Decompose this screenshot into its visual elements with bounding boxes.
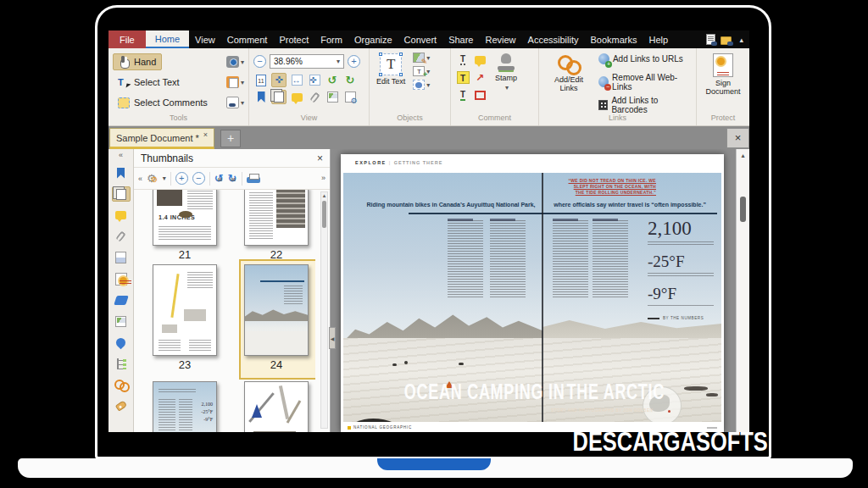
zoom-in-button[interactable]: + bbox=[348, 55, 360, 68]
arrow-annotation-button[interactable]: ↗ bbox=[472, 69, 487, 86]
text-comment-button[interactable]: T bbox=[455, 52, 470, 68]
page-number-button[interactable]: 11 bbox=[253, 73, 269, 87]
new-tab-button[interactable]: + bbox=[220, 130, 241, 147]
menu-share[interactable]: Share bbox=[442, 30, 479, 48]
fit-page-button[interactable]: ✜ bbox=[307, 73, 322, 87]
rotate-left-90-button[interactable]: ↺90 bbox=[214, 172, 224, 185]
add-links-to-barcodes-button[interactable]: Add Links to Barcodes bbox=[598, 98, 692, 111]
add-links-to-urls-button[interactable]: Add Links to URLs bbox=[598, 53, 692, 65]
thumb-zoom-in-button[interactable]: + bbox=[175, 172, 188, 185]
tags-panel-button[interactable] bbox=[112, 398, 131, 413]
sign-document-button[interactable]: Sign Document bbox=[701, 52, 745, 114]
menu-convert[interactable]: Convert bbox=[398, 30, 443, 48]
comments-view-button[interactable] bbox=[289, 90, 304, 104]
gear-icon[interactable]: ⚙ bbox=[147, 172, 157, 185]
collapse-panel-icon[interactable]: « bbox=[138, 175, 142, 183]
panel-collapse-handle[interactable]: ◀ bbox=[329, 327, 336, 349]
caret-down-icon[interactable]: ▾ bbox=[505, 84, 509, 92]
caret-down-icon[interactable]: ▾ bbox=[241, 58, 244, 66]
zoom-level-select[interactable]: 38.96% ▾ bbox=[270, 54, 344, 69]
signatures-panel-button[interactable] bbox=[112, 271, 131, 286]
rotate-right-90-button[interactable]: ↻90 bbox=[228, 172, 237, 185]
content-view-button[interactable] bbox=[325, 90, 340, 104]
highlight-button[interactable]: T bbox=[455, 69, 470, 86]
caret-down-icon[interactable]: ▾ bbox=[241, 79, 244, 86]
menu-help[interactable]: Help bbox=[643, 30, 675, 48]
fit-width-button[interactable]: ↔ bbox=[289, 73, 304, 87]
document-scrollbar[interactable]: ▴ bbox=[736, 149, 749, 432]
bookmarks-panel-button[interactable] bbox=[112, 165, 131, 180]
caret-down-icon[interactable]: ▾ bbox=[241, 99, 244, 107]
links-panel-button[interactable] bbox=[112, 377, 131, 392]
scrollbar-thumb[interactable] bbox=[740, 197, 746, 222]
sticky-note-button[interactable] bbox=[472, 52, 487, 68]
gear-document-icon bbox=[345, 92, 356, 103]
menu-organize[interactable]: Organize bbox=[348, 30, 398, 48]
menu-form[interactable]: Form bbox=[314, 30, 348, 48]
scrollbar-thumb[interactable] bbox=[322, 201, 326, 228]
edit-image-button[interactable]: ▾ bbox=[413, 53, 430, 63]
thumbnail-page-25[interactable]: 2,100-25°F-9°F bbox=[153, 381, 217, 432]
thumbnails-panel-button[interactable] bbox=[112, 186, 131, 202]
menu-protect[interactable]: Protect bbox=[273, 30, 314, 48]
scroll-up-icon[interactable]: ▴ bbox=[321, 192, 327, 199]
menu-bookmarks[interactable]: Bookmarks bbox=[584, 30, 643, 48]
bookmarks-view-button[interactable] bbox=[253, 90, 269, 104]
comments-panel-button[interactable] bbox=[112, 208, 131, 223]
search-folder-icon[interactable] bbox=[721, 36, 732, 45]
add-edit-links-button[interactable]: Add/Edit Links bbox=[543, 52, 594, 114]
document-canvas[interactable]: EXPLORE|GETTING THERE bbox=[331, 149, 749, 432]
close-panel-icon[interactable]: × bbox=[317, 152, 323, 164]
rectangle-annotation-button[interactable] bbox=[472, 87, 487, 103]
attachments-panel-button[interactable] bbox=[112, 229, 131, 244]
clipboard-button[interactable]: ▾ bbox=[226, 76, 244, 88]
add-shape-button[interactable]: ▾ bbox=[413, 80, 430, 90]
select-comments-button[interactable]: Select Comments bbox=[113, 96, 213, 110]
structure-panel-button[interactable] bbox=[112, 356, 131, 371]
caret-down-icon[interactable]: ▾ bbox=[426, 81, 430, 89]
thumb-zoom-out-button[interactable]: − bbox=[192, 172, 205, 185]
edit-text-button[interactable]: T Edit Text bbox=[374, 52, 408, 114]
destinations-panel-button[interactable] bbox=[112, 335, 131, 350]
menu-review[interactable]: Review bbox=[479, 30, 521, 48]
thumbnail-page-23[interactable]: 23 bbox=[153, 264, 217, 371]
remove-all-web-links-button[interactable]: Remove All Web-Links bbox=[598, 75, 692, 88]
menu-view[interactable]: View bbox=[189, 30, 221, 48]
pan-zoom-button[interactable]: ✜ bbox=[271, 73, 287, 87]
more-options-icon[interactable]: » bbox=[321, 175, 326, 181]
search-document-icon[interactable] bbox=[706, 34, 715, 45]
find-comments-button[interactable]: ▾ bbox=[226, 97, 244, 108]
content-panel-button[interactable] bbox=[112, 313, 131, 329]
zoom-out-button[interactable]: − bbox=[253, 55, 266, 68]
thumbnail-page-21[interactable]: 1.4 INCHES 21 bbox=[153, 190, 217, 261]
close-document-button[interactable]: × bbox=[726, 128, 749, 148]
layers-panel-button[interactable] bbox=[112, 292, 131, 308]
scroll-up-icon[interactable]: ▴ bbox=[737, 152, 749, 159]
rotate-right-button[interactable]: ↻ bbox=[342, 73, 358, 87]
snapshot-button[interactable]: ▾ bbox=[226, 56, 244, 68]
thumbnail-page-22[interactable]: 22 bbox=[244, 190, 309, 261]
thumbnail-page-26[interactable] bbox=[244, 381, 309, 432]
hand-tool-button[interactable]: Hand bbox=[113, 53, 162, 70]
attachments-view-button[interactable] bbox=[307, 90, 322, 104]
rotate-left-button[interactable]: ↺ bbox=[325, 73, 340, 87]
collapse-strip-icon[interactable]: « bbox=[119, 151, 123, 159]
collapse-ribbon-icon[interactable]: ▴ bbox=[737, 36, 746, 44]
fields-panel-button[interactable] bbox=[112, 250, 131, 265]
add-text-button[interactable]: T▾ bbox=[413, 66, 430, 76]
tab-close-icon[interactable]: × bbox=[203, 130, 208, 139]
caret-down-icon[interactable]: ▾ bbox=[163, 175, 166, 182]
document-tab[interactable]: Sample Document * × bbox=[109, 128, 214, 149]
thumbnail-page-24[interactable]: 24 bbox=[244, 264, 309, 371]
underline-button[interactable]: T bbox=[455, 87, 470, 103]
properties-view-button[interactable] bbox=[342, 90, 358, 104]
menu-accessibility[interactable]: Accessibility bbox=[522, 30, 585, 48]
menu-home[interactable]: Home bbox=[146, 30, 189, 48]
menu-file[interactable]: File bbox=[108, 30, 146, 48]
print-icon[interactable] bbox=[247, 174, 260, 184]
thumbnails-view-button[interactable] bbox=[271, 90, 287, 104]
thumbnails-scrollbar[interactable]: ▴ bbox=[320, 191, 328, 429]
select-text-button[interactable]: T Select Text bbox=[113, 75, 185, 90]
stamp-button[interactable]: Stamp ▾ bbox=[492, 52, 520, 114]
menu-comment[interactable]: Comment bbox=[221, 30, 274, 48]
